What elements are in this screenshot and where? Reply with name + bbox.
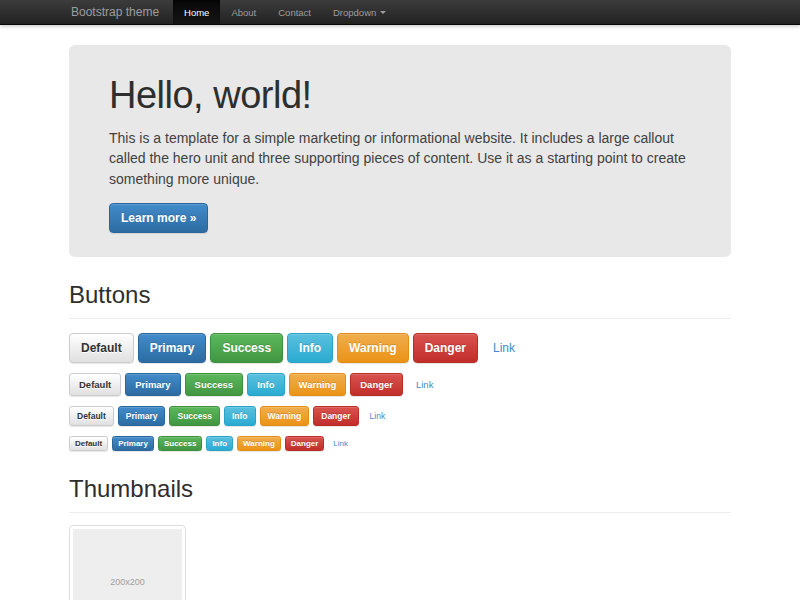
warning-button-lg[interactable]: Warning (337, 333, 409, 363)
nav-item-home: Home (173, 0, 220, 24)
learn-more-button[interactable]: Learn more » (109, 203, 208, 233)
default-button-md[interactable]: Default (69, 373, 121, 396)
nav-link-about[interactable]: About (220, 0, 267, 24)
navbar: Bootstrap theme HomeAboutContactDropdown (0, 0, 800, 25)
info-button-sm[interactable]: Info (224, 406, 256, 426)
placeholder-label: 200x200 (110, 577, 145, 587)
primary-button-md[interactable]: Primary (125, 373, 180, 396)
navbar-container: Bootstrap theme HomeAboutContactDropdown (69, 0, 731, 24)
primary-button-lg[interactable]: Primary (138, 333, 207, 363)
hero-description: This is a template for a simple marketin… (109, 128, 691, 189)
success-button-md[interactable]: Success (185, 373, 244, 396)
warning-button-md[interactable]: Warning (289, 373, 347, 396)
button-rows: DefaultPrimarySuccessInfoWarningDangerLi… (69, 333, 731, 451)
primary-button-sm[interactable]: Primary (118, 406, 166, 426)
nav-item-about: About (220, 0, 267, 24)
link-button-md[interactable]: Link (407, 374, 442, 395)
nav-link-home[interactable]: Home (173, 0, 220, 24)
placeholder-image: 200x200 (73, 529, 182, 600)
danger-button-md[interactable]: Danger (350, 373, 403, 396)
nav-item-contact: Contact (267, 0, 322, 24)
warning-button-xs[interactable]: Warning (237, 436, 281, 451)
success-button-sm[interactable]: Success (169, 406, 220, 426)
caret-down-icon (380, 11, 386, 14)
thumbnail-row: 200x200 (69, 525, 731, 600)
default-button-sm[interactable]: Default (69, 406, 114, 426)
info-button-lg[interactable]: Info (287, 333, 333, 363)
button-row-lg: DefaultPrimarySuccessInfoWarningDangerLi… (69, 333, 731, 363)
default-button-xs[interactable]: Default (69, 436, 108, 451)
thumbnail[interactable]: 200x200 (69, 525, 186, 600)
navbar-menu: HomeAboutContactDropdown (173, 0, 397, 24)
hero-title: Hello, world! (109, 74, 691, 117)
nav-link-contact[interactable]: Contact (267, 0, 322, 24)
button-row-xs: DefaultPrimarySuccessInfoWarningDangerLi… (69, 436, 731, 451)
navbar-brand[interactable]: Bootstrap theme (69, 0, 173, 24)
danger-button-xs[interactable]: Danger (285, 436, 325, 451)
link-button-lg[interactable]: Link (482, 334, 526, 362)
link-button-sm[interactable]: Link (363, 407, 393, 425)
primary-button-xs[interactable]: Primary (112, 436, 154, 451)
buttons-section-heading: Buttons (69, 281, 731, 319)
success-button-lg[interactable]: Success (210, 333, 283, 363)
link-button-xs[interactable]: Link (328, 437, 353, 450)
thumbnails-section-heading: Thumbnails (69, 475, 731, 513)
success-button-xs[interactable]: Success (158, 436, 202, 451)
default-button-lg[interactable]: Default (69, 333, 134, 363)
hero: Hello, world! This is a template for a s… (69, 45, 731, 257)
danger-button-lg[interactable]: Danger (413, 333, 478, 363)
danger-button-sm[interactable]: Danger (313, 406, 358, 426)
info-button-md[interactable]: Info (247, 373, 284, 396)
nav-link-dropdown[interactable]: Dropdown (322, 0, 397, 24)
nav-item-dropdown: Dropdown (322, 0, 397, 24)
warning-button-sm[interactable]: Warning (260, 406, 310, 426)
button-row-sm: DefaultPrimarySuccessInfoWarningDangerLi… (69, 406, 731, 426)
info-button-xs[interactable]: Info (206, 436, 233, 451)
main-container: Hello, world! This is a template for a s… (69, 45, 731, 600)
button-row-md: DefaultPrimarySuccessInfoWarningDangerLi… (69, 373, 731, 396)
